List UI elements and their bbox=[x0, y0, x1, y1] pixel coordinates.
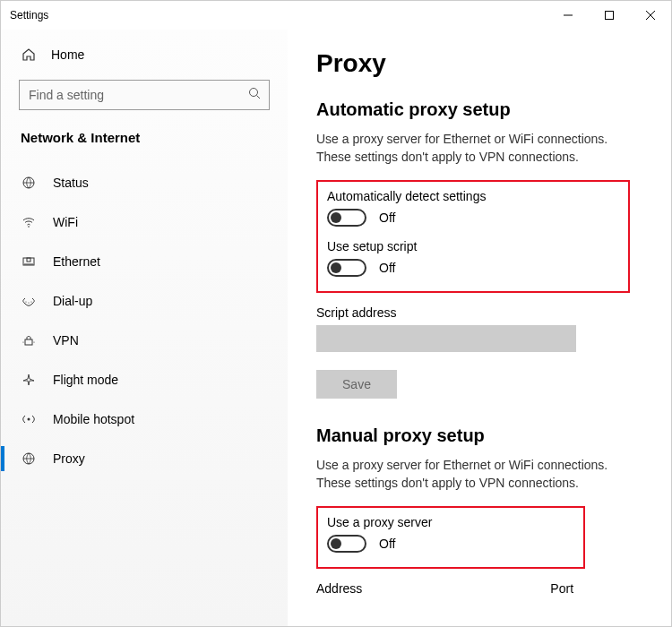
manual-description: Use a proxy server for Ethernet or WiFi … bbox=[316, 457, 642, 492]
sidebar-item-label: Ethernet bbox=[53, 254, 100, 269]
script-address-label: Script address bbox=[316, 305, 642, 320]
sidebar-item-status[interactable]: Status bbox=[1, 163, 288, 202]
manual-heading: Manual proxy setup bbox=[316, 425, 642, 446]
hotspot-icon bbox=[21, 412, 37, 426]
svg-rect-1 bbox=[606, 12, 614, 20]
sidebar-item-label: Dial-up bbox=[53, 294, 92, 308]
highlight-box-auto: Automatically detect settings Off Use se… bbox=[316, 180, 630, 293]
svg-line-5 bbox=[257, 96, 261, 99]
home-icon bbox=[21, 47, 37, 62]
script-address-input[interactable] bbox=[316, 325, 576, 352]
save-button[interactable]: Save bbox=[316, 370, 397, 399]
svg-point-17 bbox=[30, 301, 31, 302]
sidebar-item-vpn[interactable]: VPN bbox=[1, 321, 288, 360]
sidebar-item-label: Mobile hotspot bbox=[53, 412, 134, 426]
sidebar-item-proxy[interactable]: Proxy bbox=[1, 439, 288, 478]
auto-heading: Automatic proxy setup bbox=[316, 99, 642, 120]
sidebar-item-hotspot[interactable]: Mobile hotspot bbox=[1, 399, 288, 439]
detect-label: Automatically detect settings bbox=[327, 189, 619, 203]
script-label: Use setup script bbox=[327, 239, 619, 253]
titlebar: Settings bbox=[1, 1, 671, 30]
sidebar-item-label: Status bbox=[53, 176, 89, 190]
main-panel: Proxy Automatic proxy setup Use a proxy … bbox=[288, 30, 671, 626]
script-state: Off bbox=[379, 261, 395, 275]
sidebar-item-label: Proxy bbox=[53, 451, 85, 466]
close-button[interactable] bbox=[630, 1, 671, 30]
window-title: Settings bbox=[10, 9, 547, 21]
svg-point-16 bbox=[28, 302, 29, 303]
category-heading: Network & Internet bbox=[1, 125, 288, 163]
dialup-icon bbox=[21, 294, 37, 308]
useproxy-toggle[interactable] bbox=[327, 535, 366, 553]
svg-point-21 bbox=[28, 418, 30, 421]
airplane-icon bbox=[21, 373, 37, 387]
minimize-button[interactable] bbox=[547, 1, 589, 30]
svg-point-15 bbox=[25, 301, 26, 302]
sidebar: Home Network & Internet Status WiFi Ethe bbox=[1, 30, 288, 626]
svg-point-7 bbox=[28, 226, 30, 228]
auto-description: Use a proxy server for Ethernet or WiFi … bbox=[316, 131, 642, 166]
svg-point-20 bbox=[33, 341, 34, 342]
detect-toggle[interactable] bbox=[327, 209, 366, 227]
maximize-button[interactable] bbox=[589, 1, 630, 30]
page-title: Proxy bbox=[316, 49, 642, 78]
status-icon bbox=[21, 176, 37, 190]
wifi-icon bbox=[21, 215, 37, 229]
useproxy-state: Off bbox=[379, 537, 395, 551]
sidebar-item-dialup[interactable]: Dial-up bbox=[1, 281, 288, 321]
svg-point-4 bbox=[250, 89, 258, 97]
sidebar-item-wifi[interactable]: WiFi bbox=[1, 202, 288, 242]
port-label: Port bbox=[550, 581, 573, 596]
script-toggle[interactable] bbox=[327, 259, 366, 277]
sidebar-item-label: WiFi bbox=[53, 215, 78, 229]
search-input[interactable] bbox=[19, 80, 270, 110]
sidebar-item-flightmode[interactable]: Flight mode bbox=[1, 360, 288, 399]
home-link[interactable]: Home bbox=[1, 40, 288, 69]
search-icon bbox=[248, 87, 261, 103]
proxy-icon bbox=[21, 451, 37, 466]
sidebar-item-label: Flight mode bbox=[53, 373, 118, 387]
ethernet-icon bbox=[21, 254, 37, 269]
address-label: Address bbox=[316, 581, 362, 596]
sidebar-item-label: VPN bbox=[53, 333, 79, 348]
home-label: Home bbox=[51, 47, 84, 62]
svg-rect-18 bbox=[25, 339, 32, 345]
svg-rect-9 bbox=[27, 258, 30, 262]
sidebar-item-ethernet[interactable]: Ethernet bbox=[1, 242, 288, 281]
detect-state: Off bbox=[379, 210, 395, 225]
useproxy-label: Use a proxy server bbox=[327, 515, 574, 529]
vpn-icon bbox=[21, 333, 37, 348]
highlight-box-manual: Use a proxy server Off bbox=[316, 506, 585, 569]
svg-point-19 bbox=[22, 341, 23, 342]
